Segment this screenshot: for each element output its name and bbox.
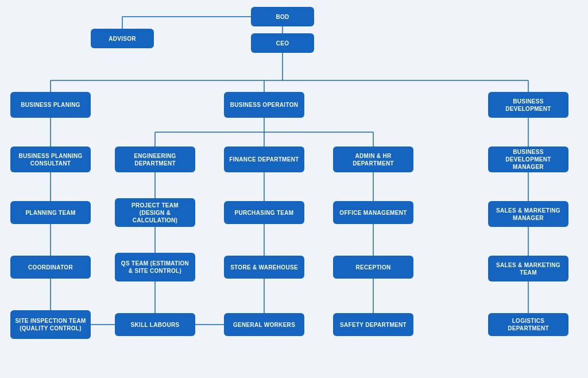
node-purchteam: PURCHASING TEAM (224, 201, 304, 224)
node-siteinsp: SITE INSPECTION TEAM (QUALITY CONTROL) (10, 310, 91, 339)
node-boperation: BUSINESS OPERAITON (224, 92, 304, 118)
node-skilllabour: SKILL LABOURS (115, 313, 195, 336)
node-admindept: ADMIN & HR DEPARTMENT (333, 146, 413, 172)
node-coordinator: COORDINATOR (10, 256, 91, 279)
node-engdept: ENGINEERING DEPARTMENT (115, 146, 195, 172)
node-findept: FINANCE DEPARTMENT (224, 146, 304, 172)
org-chart: BODADVISORCEOBUSINESS PLANINGBUSINESS OP… (0, 0, 588, 378)
node-salesteam: SALES & MARKETING TEAM (488, 256, 568, 281)
node-ceo: CEO (251, 33, 314, 53)
node-logisticsdept: LOGISTICS DEPARTMENT (488, 313, 568, 336)
node-planteam: PLANNING TEAM (10, 201, 91, 224)
node-genworkers: GENERAL WORKERS (224, 313, 304, 336)
node-projteam: PROJECT TEAM (DESIGN & CALCULATION) (115, 198, 195, 227)
node-qsteam: QS TEAM (ESTIMATION & SITE CONTROL) (115, 253, 195, 281)
node-safetydept: SAFETY DEPARTMENT (333, 313, 413, 336)
node-bod: BOD (251, 7, 314, 26)
node-advisor: ADVISOR (91, 29, 154, 48)
node-bdevelop: BUSINESS DEVELOPMENT (488, 92, 568, 118)
node-bdmgr: BUSINESS DEVELOPMENT MANAGER (488, 146, 568, 172)
node-bplanning: BUSINESS PLANING (10, 92, 91, 118)
node-bpconsult: BUSINESS PLANNING CONSULTANT (10, 146, 91, 172)
node-storeware: STORE & WAREHOUSE (224, 256, 304, 279)
node-reception: RECEPTION (333, 256, 413, 279)
node-officemgmt: OFFICE MANAGEMENT (333, 201, 413, 224)
node-salesmgr: SALES & MARKETING MANAGER (488, 201, 568, 227)
